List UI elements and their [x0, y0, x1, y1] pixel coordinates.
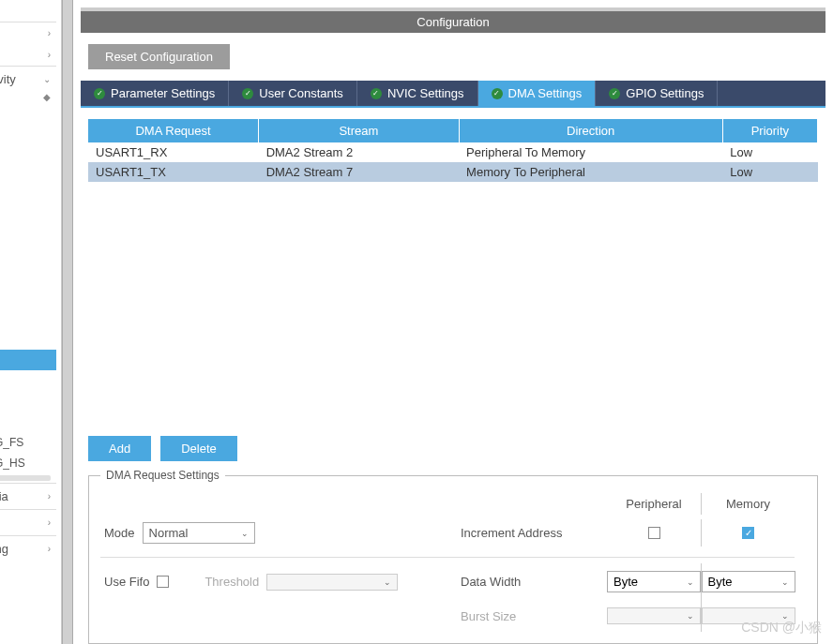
peripheral-header: Peripheral: [607, 493, 701, 515]
add-button[interactable]: Add: [88, 436, 151, 461]
chevron-down-icon: ⌄: [241, 529, 249, 538]
burst-size-peripheral-select: ⌄: [607, 607, 701, 624]
resize-gutter[interactable]: [62, 0, 73, 644]
sidebar-section-connectivity[interactable]: Connectivity⌄: [0, 66, 56, 92]
sidebar-item-sdio[interactable]: SDIO: [0, 226, 56, 247]
mode-select[interactable]: Normal⌄: [143, 522, 255, 544]
check-icon: ✓: [609, 88, 620, 99]
sidebar-item-uart4[interactable]: UART4: [0, 308, 56, 329]
table-cell: Memory To Peripheral: [459, 162, 722, 182]
sidebar-item-i2c2[interactable]: I2C2: [0, 205, 56, 226]
sidebar-item-uart5[interactable]: UART5: [0, 329, 56, 350]
sidebar-item-usb_otg_fs[interactable]: USB_OTG_FS: [0, 432, 56, 453]
table-row[interactable]: USART1_TXDMA2 Stream 7Memory To Peripher…: [88, 162, 818, 182]
sidebar-section[interactable]: Multimedia›: [0, 483, 56, 509]
check-icon: ✓: [492, 88, 503, 99]
sidebar-item-spi3[interactable]: SPI3: [0, 288, 56, 308]
configuration-banner: Configuration: [81, 7, 825, 33]
check-icon: ✓: [371, 88, 382, 99]
table-cell: DMA2 Stream 2: [259, 142, 459, 162]
sidebar-item-can2[interactable]: CAN2: [0, 123, 56, 143]
threshold-label: Threshold: [204, 575, 259, 589]
table-cell: DMA2 Stream 7: [259, 162, 459, 182]
dma-request-settings-fieldset: DMA Request Settings Peripheral Memory M…: [88, 469, 818, 644]
tab-dma-settings[interactable]: ✓DMA Settings: [478, 81, 597, 106]
sidebar-item-usart1[interactable]: USART1: [0, 350, 56, 370]
table-cell: Low: [722, 142, 817, 162]
chevron-down-icon: ⌄: [43, 74, 51, 84]
tab-user-constants[interactable]: ✓User Constants: [229, 81, 357, 106]
column-header[interactable]: Direction: [459, 119, 722, 142]
column-header[interactable]: Priority: [722, 119, 817, 142]
check-icon: ✓: [94, 88, 105, 99]
table-cell: Low: [722, 162, 817, 182]
sidebar-blank[interactable]: ›: [0, 22, 56, 44]
sidebar-section[interactable]: Security›: [0, 509, 56, 535]
column-header[interactable]: DMA Request: [88, 119, 259, 142]
increment-address-label: Increment Address: [457, 518, 607, 547]
chevron-down-icon: ⌄: [781, 577, 789, 587]
table-cell: Peripheral To Memory: [459, 142, 722, 162]
sidebar-item-i2c1[interactable]: I2C1: [0, 185, 56, 205]
delete-button[interactable]: Delete: [160, 436, 237, 461]
chevron-right-icon: ›: [48, 517, 51, 528]
tab-parameter-settings[interactable]: ✓Parameter Settings: [81, 81, 229, 106]
dma-table: DMA RequestStreamDirectionPriority USART…: [88, 119, 818, 182]
increment-memory-checkbox[interactable]: ✓: [742, 527, 754, 539]
table-cell: USART1_RX: [88, 142, 259, 162]
use-fifo-checkbox[interactable]: [157, 576, 169, 588]
sidebar-item-usart2[interactable]: USART2: [0, 370, 56, 391]
sidebar-blank[interactable]: ›: [0, 44, 56, 66]
sidebar-item-spi2[interactable]: SPI2: [0, 267, 56, 288]
watermark: CSDN @小猴: [741, 620, 822, 637]
sidebar-item-fmc[interactable]: FMC: [0, 164, 56, 185]
sidebar-item-usart6[interactable]: USART6: [0, 412, 56, 432]
data-width-label: Data Width: [457, 567, 607, 596]
fieldset-legend: DMA Request Settings: [100, 469, 225, 482]
chevron-down-icon: ⌄: [384, 577, 391, 587]
table-cell: USART1_TX: [88, 162, 259, 182]
sidebar-section[interactable]: Computing›: [0, 535, 56, 562]
sidebar-item-usart3[interactable]: USART3: [0, 391, 56, 412]
check-icon: ✓: [242, 88, 253, 99]
use-fifo-row: Use Fifo Threshold ⌄: [100, 566, 457, 598]
mode-row: Mode Normal⌄: [100, 515, 457, 551]
column-header[interactable]: Stream: [259, 119, 459, 142]
sidebar-item[interactable]: WDG: [0, 0, 56, 22]
tabs-bar: ✓Parameter Settings✓User Constants✓NVIC …: [81, 81, 825, 108]
sort-icon[interactable]: ◆: [43, 92, 51, 102]
use-fifo-label: Use Fifo: [104, 575, 149, 589]
table-row[interactable]: USART1_RXDMA2 Stream 2Peripheral To Memo…: [88, 142, 818, 162]
memory-header: Memory: [701, 493, 795, 515]
chevron-right-icon: ›: [48, 544, 51, 554]
chevron-down-icon: ⌄: [687, 577, 694, 587]
data-width-memory-select[interactable]: Byte⌄: [702, 571, 795, 592]
burst-size-label: Burst Size: [457, 602, 607, 631]
progress-bar: [0, 475, 51, 481]
chevron-down-icon: ⌄: [687, 611, 694, 621]
left-sidebar: WDG › › Connectivity⌄ ◆ CAN1CAN2ETHFMCI2…: [0, 0, 62, 644]
chevron-right-icon: ›: [48, 50, 51, 60]
chevron-right-icon: ›: [48, 28, 51, 38]
sidebar-item-usb_otg_hs[interactable]: USB_OTG_HS: [0, 453, 56, 473]
sidebar-item-spi1[interactable]: SPI1: [0, 247, 56, 267]
chevron-right-icon: ›: [48, 491, 51, 502]
increment-peripheral-checkbox[interactable]: [648, 527, 660, 539]
sidebar-item-eth[interactable]: ETH: [0, 143, 56, 164]
threshold-select: ⌄: [266, 574, 398, 591]
tab-nvic-settings[interactable]: ✓NVIC Settings: [357, 81, 478, 106]
mode-label: Mode: [104, 526, 135, 540]
data-width-peripheral-select[interactable]: Byte⌄: [607, 571, 701, 592]
main-content: Configuration Reset Configuration ✓Param…: [73, 0, 833, 644]
reset-configuration-button[interactable]: Reset Configuration: [88, 44, 230, 69]
sidebar-item-can1[interactable]: CAN1: [0, 102, 56, 123]
tab-gpio-settings[interactable]: ✓GPIO Settings: [596, 81, 718, 106]
